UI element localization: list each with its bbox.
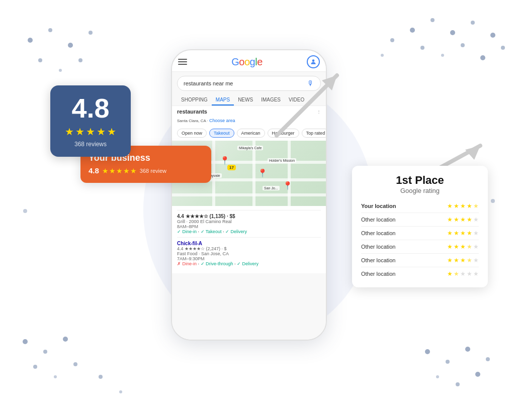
google-logo: Google bbox=[231, 56, 263, 68]
location-stars-4: ★ ★ ★ ★ ★ bbox=[447, 257, 479, 264]
result-2-hours: 7AM–9:30PM bbox=[177, 256, 321, 261]
svg-point-27 bbox=[436, 375, 439, 378]
location-stars-3: ★ ★ ★ ★ ★ bbox=[447, 243, 479, 250]
scene: Google restaurants near me 🎙 SHOPPING MA… bbox=[0, 0, 518, 420]
result-item-2: Chick-fil-A 4.4 ★★★★☆ (2,247) · $ Fast F… bbox=[177, 237, 321, 269]
tab-shopping: SHOPPING bbox=[177, 95, 212, 106]
location-name-0: Your location bbox=[361, 203, 396, 209]
divider-3 bbox=[361, 253, 479, 254]
map-pin-2: 📍 bbox=[257, 168, 268, 178]
star-2: ★ bbox=[75, 126, 84, 138]
location-stars-5: ★ ★ ★ ★ ★ bbox=[447, 270, 479, 277]
rating-badge-card: 4.8 ★ ★ ★ ★ ★ 368 reviews bbox=[50, 85, 131, 157]
svg-point-30 bbox=[99, 375, 103, 379]
star-3: ★ bbox=[86, 126, 95, 138]
svg-point-15 bbox=[480, 55, 485, 60]
your-business-rating-row: 4.8 ★ ★ ★ ★ ★ 368 review bbox=[89, 166, 203, 175]
svg-point-33 bbox=[381, 54, 384, 57]
result-2-name: Chick-fil-A bbox=[177, 241, 321, 246]
svg-point-16 bbox=[501, 46, 505, 50]
svg-point-6 bbox=[78, 58, 82, 62]
svg-point-11 bbox=[490, 33, 495, 38]
location-name-3: Other location bbox=[361, 244, 395, 250]
tab-news: NEWS bbox=[234, 95, 257, 106]
svg-point-13 bbox=[441, 54, 444, 57]
location-title: restaurants bbox=[177, 109, 207, 115]
svg-point-32 bbox=[390, 38, 394, 42]
svg-point-10 bbox=[471, 21, 475, 25]
location-name-4: Other location bbox=[361, 257, 395, 263]
svg-point-28 bbox=[456, 382, 460, 386]
svg-point-20 bbox=[33, 365, 37, 369]
svg-point-31 bbox=[119, 390, 122, 393]
location-name-5: Other location bbox=[361, 271, 395, 277]
location-row-1: Other location ★ ★ ★ ★ ★ bbox=[361, 214, 479, 225]
location-row-3: Other location ★ ★ ★ ★ ★ bbox=[361, 241, 479, 252]
your-business-review-count: 368 review bbox=[140, 168, 166, 174]
your-business-stars: ★ ★ ★ ★ ★ bbox=[102, 167, 137, 175]
svg-point-34 bbox=[23, 209, 27, 213]
location-stars-0: ★ ★ ★ ★ ★ bbox=[447, 202, 479, 209]
result-1-hours: 8AM–8PM bbox=[177, 224, 321, 229]
svg-point-24 bbox=[446, 360, 450, 364]
result-1-name: 4.4 ★★★★☆ (1,135) · $$ bbox=[177, 214, 321, 219]
map-pin-3: 📍 bbox=[283, 181, 293, 190]
location-name-2: Other location bbox=[361, 230, 395, 236]
result-item-1: 4.4 ★★★★☆ (1,135) · $$ Grill · 2000 El C… bbox=[177, 210, 321, 237]
svg-point-3 bbox=[89, 31, 93, 35]
tab-maps: MAPS bbox=[212, 95, 234, 106]
search-text: restaurants near me bbox=[184, 80, 233, 86]
star-1: ★ bbox=[65, 126, 74, 138]
location-row-0: Your location ★ ★ ★ ★ ★ bbox=[361, 200, 479, 212]
map-label-4: Holder's Mission bbox=[268, 158, 296, 163]
rating-number: 4.8 bbox=[61, 94, 120, 122]
svg-point-14 bbox=[461, 43, 465, 47]
rating-reviews: 368 reviews bbox=[61, 141, 120, 148]
first-place-subtitle: Google rating bbox=[361, 187, 479, 194]
svg-point-8 bbox=[430, 18, 435, 22]
location-row-4: Other location ★ ★ ★ ★ ★ bbox=[361, 255, 479, 266]
svg-point-2 bbox=[68, 43, 73, 48]
svg-point-18 bbox=[43, 350, 47, 354]
map-label-2: Mikayla's Cafe bbox=[237, 146, 263, 150]
location-name-1: Other location bbox=[361, 217, 395, 223]
svg-point-12 bbox=[420, 46, 424, 50]
svg-point-26 bbox=[486, 357, 490, 361]
map-label-5: San Jo... bbox=[263, 186, 280, 190]
svg-point-38 bbox=[312, 59, 315, 62]
svg-point-5 bbox=[59, 69, 62, 72]
svg-point-9 bbox=[450, 30, 455, 35]
location-stars-1: ★ ★ ★ ★ ★ bbox=[447, 216, 479, 223]
svg-point-19 bbox=[63, 337, 68, 342]
your-business-rating-number: 4.8 bbox=[89, 166, 99, 175]
svg-point-35 bbox=[491, 199, 495, 203]
svg-point-23 bbox=[425, 349, 430, 354]
star-4: ★ bbox=[97, 126, 106, 138]
svg-point-21 bbox=[54, 375, 57, 378]
rating-stars: ★ ★ ★ ★ ★ bbox=[61, 126, 120, 138]
divider-4 bbox=[361, 267, 479, 267]
first-place-title: 1st Place bbox=[361, 174, 479, 187]
choose-area-link: Choose area bbox=[209, 118, 235, 123]
location-row-5: Other location ★ ★ ★ ★ ★ bbox=[361, 268, 479, 279]
result-2-type: Fast Food · San Jose, CA bbox=[177, 251, 321, 256]
location-row-2: Other location ★ ★ ★ ★ ★ bbox=[361, 228, 479, 239]
highway-badge-2: 17 bbox=[227, 165, 236, 170]
result-1-info: Grill · 2000 El Camino Real bbox=[177, 219, 321, 224]
chip-open-now: Open now bbox=[177, 129, 207, 138]
hamburger-icon bbox=[178, 59, 187, 65]
result-2-rating: 4.4 ★★★★☆ (2,247) · $ bbox=[177, 246, 321, 251]
svg-point-7 bbox=[410, 28, 415, 33]
divider-2 bbox=[361, 240, 479, 240]
chip-american: American bbox=[237, 129, 265, 138]
chip-takeout: Takeout bbox=[209, 129, 234, 138]
divider-0 bbox=[361, 213, 479, 213]
results-area: 4.4 ★★★★☆ (1,135) · $$ Grill · 2000 El C… bbox=[172, 206, 326, 273]
location-stars-2: ★ ★ ★ ★ ★ bbox=[447, 230, 479, 237]
star-5: ★ bbox=[107, 126, 116, 138]
first-place-card: 1st Place Google rating Your location ★ … bbox=[352, 166, 488, 287]
result-2-options: ✗ Dine-in · ✓ Drive-through · ✓ Delivery bbox=[177, 261, 321, 266]
svg-point-29 bbox=[475, 372, 480, 377]
map-pin-1: 📍 bbox=[220, 156, 230, 165]
arrow-top-right bbox=[267, 65, 347, 146]
